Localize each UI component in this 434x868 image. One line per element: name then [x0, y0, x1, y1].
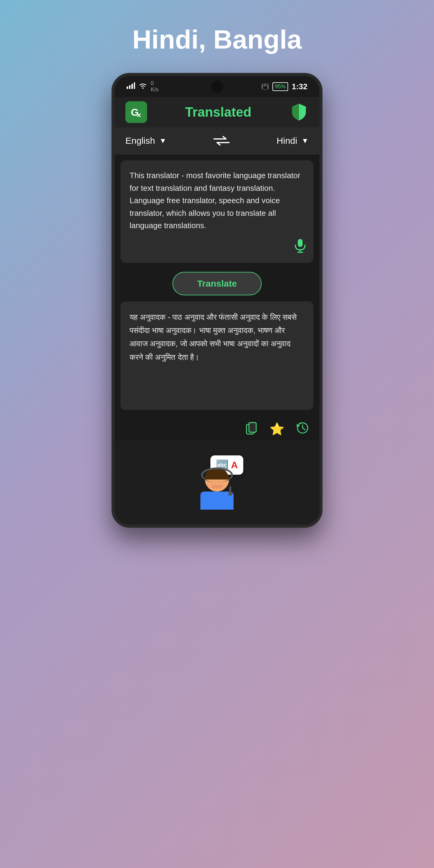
- favorite-button[interactable]: ⭐: [270, 422, 284, 437]
- source-language-chevron: ▼: [159, 136, 166, 145]
- output-actions: ⭐: [115, 416, 319, 440]
- phone-frame: 0K/s 📳 95% 1:32 G ✕ Translated: [112, 73, 322, 528]
- avatar-container: 🔤 A: [200, 456, 234, 510]
- target-language-selector[interactable]: Hindi ▼: [277, 135, 309, 146]
- svg-rect-3: [134, 82, 135, 89]
- signal-icon: [127, 82, 135, 91]
- language-bar: English ▼ Hindi ▼: [115, 127, 319, 154]
- svg-rect-2: [131, 84, 133, 89]
- translate-button[interactable]: Translate: [173, 272, 261, 296]
- shield-icon[interactable]: [289, 102, 309, 122]
- swap-languages-button[interactable]: [213, 135, 230, 146]
- speed-indicator: 0K/s: [151, 80, 158, 93]
- source-language-label: English: [125, 135, 155, 146]
- history-button[interactable]: [297, 422, 309, 437]
- bottom-bar: 🔤 A: [115, 440, 319, 525]
- svg-text:✕: ✕: [136, 112, 141, 119]
- microphone-button[interactable]: [294, 239, 306, 255]
- output-area: यह अनुवादक - पाठ अनुवाद और फंतासी अनुवाद…: [121, 301, 313, 410]
- letter-a-icon: A: [231, 460, 238, 471]
- app-title: Translated: [185, 104, 251, 120]
- input-text: This translator - most favorite language…: [130, 169, 304, 232]
- target-language-chevron: ▼: [301, 136, 309, 145]
- translate-button-container: Translate: [115, 269, 319, 301]
- avatar-figure: [200, 464, 234, 510]
- svg-rect-11: [249, 423, 256, 432]
- page-title: Hindi, Bangla: [132, 24, 302, 55]
- status-bar: 0K/s 📳 95% 1:32: [115, 76, 319, 97]
- battery-indicator: 95%: [273, 82, 288, 91]
- copy-button[interactable]: [246, 422, 257, 437]
- status-left: 0K/s: [127, 80, 158, 93]
- input-area[interactable]: This translator - most favorite language…: [121, 160, 313, 263]
- svg-rect-1: [129, 85, 130, 89]
- vibrate-icon: 📳: [261, 83, 269, 90]
- svg-rect-0: [127, 87, 128, 89]
- output-text: यह अनुवादक - पाठ अनुवाद और फंतासी अनुवाद…: [130, 310, 304, 364]
- status-right: 📳 95% 1:32: [261, 82, 307, 91]
- clock: 1:32: [292, 82, 307, 91]
- svg-rect-7: [298, 239, 303, 247]
- source-language-selector[interactable]: English ▼: [125, 135, 166, 146]
- target-language-label: Hindi: [277, 135, 297, 146]
- wifi-icon: [138, 82, 147, 91]
- app-bar: G ✕ Translated: [115, 97, 319, 127]
- app-logo: G ✕: [125, 101, 147, 123]
- front-camera: [211, 81, 223, 93]
